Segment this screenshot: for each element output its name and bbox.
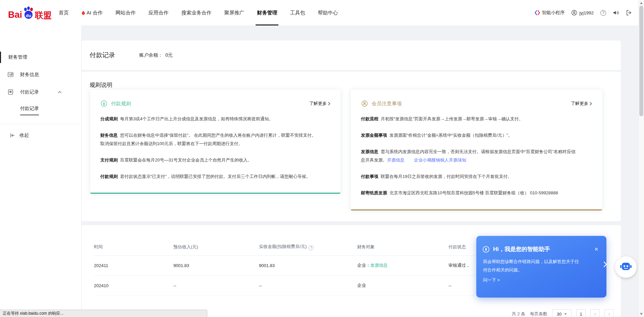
rule-payment-status: 付款规则若付款状态显示“已支付”，说明联盟已安排了您的付款。支付后三个工作日内到… [100, 172, 330, 181]
sidebar: 财务管理 财务信息 付款记录 付款记录 收起 [0, 25, 81, 317]
page-scrollbar[interactable] [638, 0, 644, 317]
page-title: 付款记录 [90, 51, 115, 60]
scroll-up-arrow-icon[interactable] [640, 2, 643, 4]
member-icon [361, 100, 368, 107]
logo-text-union: 联盟 [35, 11, 52, 19]
payment-rules-header: 付款规则 了解更多 [90, 90, 340, 107]
scrollbar-thumb[interactable] [639, 6, 643, 116]
finance-info-icon [7, 71, 14, 78]
logo-text-du: du [26, 13, 31, 18]
payment-rules-title: 付款规则 [111, 101, 131, 107]
next-page-button[interactable]: › [604, 309, 614, 317]
user-account[interactable]: jyj1992 [571, 10, 594, 16]
member-notes-title: 会员注意事项 [372, 101, 402, 107]
assistant-header: Hi，我是您的智能助手 ✕ [476, 236, 606, 253]
note-invoice-info: 发票信息需与系统内发票信息内容完全一致，否则无法支付。请根据发票信息页面中“百度… [361, 147, 592, 164]
top-nav: Bai du 联盟 首页 AI 合作 网站合作 应用合作 搜索业务合作 聚屏推广… [0, 0, 644, 25]
rule-share: 分成规则每月第3或4个工作日产出上月分成信息及发票信息，如有特殊情况将提前通知。 [100, 115, 330, 123]
current-page[interactable]: 1 [576, 309, 586, 317]
rule-pay: 支付规则百度联盟会在每月20号—31号支付企业会员上个自然月产生的收入。 [100, 156, 330, 164]
sidebar-collapse-button[interactable]: 收起 [0, 132, 81, 138]
invoice-info-link[interactable]: 开票信息 [387, 156, 405, 164]
col-header-estimated: 预估收入(元) [173, 239, 259, 255]
collapse-label: 收起 [19, 132, 29, 138]
rules-section-title: 规则说明 [90, 81, 621, 89]
question-icon[interactable]: ? [309, 245, 314, 250]
cell-entity: 企业：发票信息 [357, 255, 448, 275]
nav-item-toolkit[interactable]: 工具包 [283, 0, 311, 25]
note-payment-flow: 付款流程月初按“发票信息”页面开具发票→上传发票→邮寄发票→审核→确认支付。 [361, 115, 592, 123]
sidebar-item-finance-info[interactable]: 财务信息 [0, 71, 81, 78]
help-icon[interactable]: ? [600, 10, 606, 16]
nav-item-screen-promo[interactable]: 聚屏推广 [218, 0, 251, 25]
nav-item-search-biz[interactable]: 搜索业务合作 [175, 0, 218, 25]
logout-icon[interactable] [626, 10, 632, 16]
robot-icon [619, 261, 633, 273]
nav-item-website[interactable]: 网站合作 [109, 0, 142, 25]
collapse-arrow-icon [9, 132, 15, 138]
col-header-received: 实收金额(扣除税费后/元)? [259, 239, 357, 255]
logo-text-bai: Bai [8, 10, 22, 19]
cell-estimated: 9001.83 [173, 255, 259, 275]
balance-value: 0元 [165, 52, 173, 58]
member-notes-header: 会员注意事项 了解更多 [351, 90, 602, 107]
rules-section-card: 规则说明 付款规则 了解更多 分成规则每月第3或4个工作日产出上月分成信息及发票… [82, 72, 621, 221]
collapse-chevron-icon[interactable] [603, 261, 607, 267]
assistant-message: 我会帮助您诊断合作链路问题，以及解答您关于任 何合作相关的问题。 [476, 253, 606, 274]
user-icon [571, 10, 577, 16]
caret-down-icon [564, 313, 567, 315]
miniprogram-link[interactable]: 智能小程序 [535, 10, 565, 16]
payment-records-icon [7, 89, 14, 95]
note-mail-invoice: 邮寄纸质发票北京市海淀区西北旺东路10号院百度科技园5号楼 百度联盟财务组（收）… [361, 189, 592, 197]
invoice-detail-link[interactable]: 发票信息 [370, 263, 388, 268]
coin-icon [100, 100, 108, 107]
browser-status-bar: 正在等待 xlab.baidu.com 的响应... [0, 310, 207, 317]
prev-page-button[interactable]: ‹ [590, 309, 600, 317]
nav-item-finance[interactable]: 财务管理 [251, 0, 283, 25]
nav-item-help-center[interactable]: 帮助中心 [311, 0, 344, 25]
chevron-up-icon[interactable] [58, 91, 62, 93]
payment-rules-body: 分成规则每月第3或4个工作日产出上月分成信息及发票信息，如有特殊情况将提前通知。… [90, 107, 340, 181]
nav-item-ai[interactable]: AI 合作 [75, 0, 109, 25]
cell-received: -- [259, 275, 357, 296]
chevron-right-icon [590, 102, 592, 106]
nav-item-home[interactable]: 首页 [52, 0, 75, 25]
member-notes-body: 付款流程月初按“发票信息”页面开具发票→上传发票→邮寄发票→审核→确认支付。 发… [351, 107, 602, 197]
miniprogram-icon [535, 10, 540, 15]
total-count: 共 2 条 [512, 311, 525, 317]
per-page-label: 每页条数 [530, 311, 547, 317]
balance-label: 账户余额： [139, 52, 163, 58]
baidu-paw-icon: du [22, 6, 35, 19]
member-notes-more-link[interactable]: 了解更多 [571, 101, 592, 107]
note-payment-matters: 付款事项联盟在每月19日之后签收的发票，付款时间安排在下个月首批支付。 [361, 172, 592, 181]
payment-rules-card: 付款规则 了解更多 分成规则每月第3或4个工作日产出上月分成信息及发票信息，如有… [90, 90, 340, 194]
close-icon[interactable]: ✕ [594, 247, 598, 252]
sidebar-subitem-payment-records-active[interactable]: 付款记录 [20, 106, 39, 115]
cell-received: 9001.83 [259, 255, 357, 275]
assistant-robot-button[interactable] [615, 256, 637, 278]
cell-entity: 企业 [357, 275, 448, 296]
assistant-title: Hi，我是您的智能助手 [493, 245, 550, 253]
assistant-popup: Hi，我是您的智能助手 ✕ 我会帮助您诊断合作链路问题，以及解答您关于任 何合作… [476, 236, 606, 298]
sound-icon[interactable] [613, 10, 619, 16]
sidebar-item-label: 财务信息 [20, 72, 39, 78]
nav-right: 智能小程序 jyj1992 ? [535, 0, 632, 25]
small-taxpayer-guide-link[interactable]: 企业小规模纳税人开票须知 [414, 156, 466, 164]
compass-icon [482, 246, 490, 253]
cell-time: 202411 [94, 255, 173, 275]
nav-item-app[interactable]: 应用合作 [142, 0, 175, 25]
nav-menu: 首页 AI 合作 网站合作 应用合作 搜索业务合作 聚屏推广 财务管理 工具包 … [52, 0, 344, 25]
col-header-time: 时间 [94, 239, 173, 255]
page-header-card: 付款记录 账户余额： 0元 [82, 41, 621, 70]
page-size-select[interactable]: 30 [552, 309, 572, 317]
cell-estimated: -- [173, 275, 259, 296]
baidu-union-logo[interactable]: Bai du 联盟 [8, 6, 52, 19]
col-header-entity: 财务对象 [357, 239, 448, 255]
sidebar-divider [0, 124, 81, 124]
scroll-down-arrow-icon[interactable] [640, 313, 643, 315]
payment-rules-more-link[interactable]: 了解更多 [309, 101, 330, 107]
ask-button[interactable]: 问一下 > [476, 274, 500, 283]
sidebar-item-payment-records[interactable]: 付款记录 [0, 89, 81, 95]
rule-finance-info: 财务信息您可以在财务信息中选择“保留付款”。 在此期间您产生的收入将在账户内进行… [100, 131, 330, 148]
member-notes-card: 会员注意事项 了解更多 付款流程月初按“发票信息”页面开具发票→上传发票→邮寄发… [351, 90, 602, 210]
